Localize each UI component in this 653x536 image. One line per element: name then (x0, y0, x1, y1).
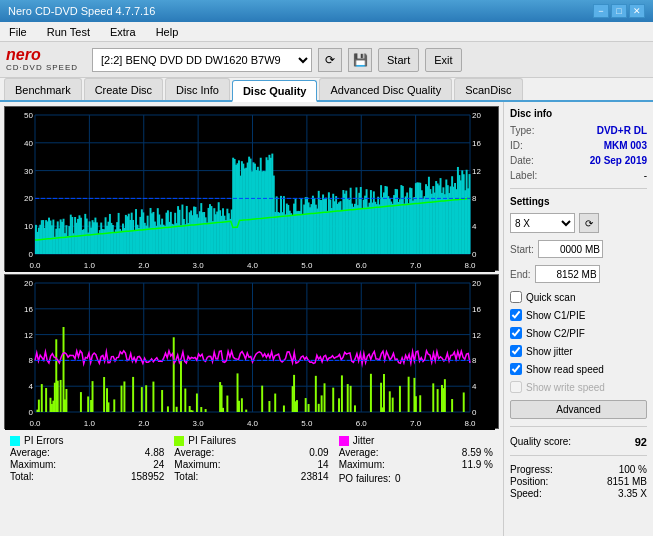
tab-scandisc[interactable]: ScanDisc (454, 78, 522, 100)
window-controls: − □ ✕ (593, 4, 645, 18)
jitter-label: Jitter (353, 435, 375, 446)
tab-disc-quality[interactable]: Disc Quality (232, 80, 318, 102)
quality-score-value: 92 (635, 436, 647, 448)
c2-pif-row: Show C2/PIF (510, 327, 647, 339)
id-row: ID: MKM 003 (510, 140, 647, 151)
pi-failures-max-value: 14 (318, 459, 329, 470)
jitter-max-label: Maximum: (339, 459, 385, 470)
type-label: Type: (510, 125, 534, 136)
date-row: Date: 20 Sep 2019 (510, 155, 647, 166)
pi-errors-max-label: Maximum: (10, 459, 56, 470)
c2-pif-label: Show C2/PIF (526, 328, 585, 339)
menu-extra[interactable]: Extra (105, 24, 141, 40)
pi-failures-label: PI Failures (188, 435, 236, 446)
date-value: 20 Sep 2019 (590, 155, 647, 166)
write-speed-row: Show write speed (510, 381, 647, 393)
settings-refresh-icon[interactable]: ⟳ (579, 213, 599, 233)
start-mb-label: Start: (510, 244, 534, 255)
settings-title: Settings (510, 196, 647, 207)
app-title: Nero CD-DVD Speed 4.7.7.16 (8, 5, 155, 17)
pi-errors-label: PI Errors (24, 435, 63, 446)
close-button[interactable]: ✕ (629, 4, 645, 18)
top-chart (5, 107, 495, 272)
bottom-chart-container (4, 274, 499, 429)
exit-button[interactable]: Exit (425, 48, 461, 72)
jitter-color (339, 436, 349, 446)
tab-advanced-disc-quality[interactable]: Advanced Disc Quality (319, 78, 452, 100)
drive-select[interactable]: [2:2] BENQ DVD DD DW1620 B7W9 (92, 48, 312, 72)
quality-score-row: Quality score: 92 (510, 436, 647, 448)
speed-select[interactable]: 8 X Max 1 X 2 X 4 X 16 X (510, 213, 575, 233)
read-speed-label: Show read speed (526, 364, 604, 375)
start-button[interactable]: Start (378, 48, 419, 72)
quick-scan-checkbox[interactable] (510, 291, 522, 303)
pi-failures-color (174, 436, 184, 446)
nero-logo: nero CD·DVD SPEED (6, 47, 78, 72)
speed-row: 8 X Max 1 X 2 X 4 X 16 X ⟳ (510, 213, 647, 233)
bottom-stats: PI Errors Average: 4.88 Maximum: 24 Tota… (4, 432, 499, 487)
maximize-button[interactable]: □ (611, 4, 627, 18)
speed-label: Speed: (510, 488, 542, 499)
date-label: Date: (510, 155, 534, 166)
end-mb-row: End: (510, 265, 647, 283)
refresh-icon[interactable]: ⟳ (318, 48, 342, 72)
save-icon[interactable]: 💾 (348, 48, 372, 72)
pi-errors-avg-value: 4.88 (145, 447, 164, 458)
title-bar: Nero CD-DVD Speed 4.7.7.16 − □ ✕ (0, 0, 653, 22)
bottom-chart (5, 275, 495, 430)
disc-label-row: Label: - (510, 170, 647, 181)
disc-label-value: - (644, 170, 647, 181)
jitter-checkbox[interactable] (510, 345, 522, 357)
jitter-max-value: 11.9 % (462, 459, 493, 470)
chart-area: PI Errors Average: 4.88 Maximum: 24 Tota… (0, 102, 503, 536)
c1-pie-row: Show C1/PIE (510, 309, 647, 321)
po-failures-label: PO failures: (339, 473, 391, 484)
read-speed-checkbox[interactable] (510, 363, 522, 375)
progress-section: Progress: 100 % Position: 8151 MB Speed:… (510, 463, 647, 500)
minimize-button[interactable]: − (593, 4, 609, 18)
start-mb-row: Start: (510, 240, 647, 258)
tab-disc-info[interactable]: Disc Info (165, 78, 230, 100)
type-value: DVD+R DL (597, 125, 647, 136)
divider-2 (510, 426, 647, 427)
tab-bar: Benchmark Create Disc Disc Info Disc Qua… (0, 78, 653, 102)
tab-benchmark[interactable]: Benchmark (4, 78, 82, 100)
menu-help[interactable]: Help (151, 24, 184, 40)
start-mb-input[interactable] (538, 240, 603, 258)
c1-pie-checkbox[interactable] (510, 309, 522, 321)
disc-label-label: Label: (510, 170, 537, 181)
menu-bar: File Run Test Extra Help (0, 22, 653, 42)
c1-pie-label: Show C1/PIE (526, 310, 585, 321)
po-failures-value: 0 (395, 473, 401, 484)
jitter-avg-value: 8.59 % (462, 447, 493, 458)
top-chart-container (4, 106, 499, 271)
jitter-group: Jitter Average: 8.59 % Maximum: 11.9 % P… (339, 435, 493, 484)
progress-value: 100 % (619, 464, 647, 475)
progress-label: Progress: (510, 464, 553, 475)
tab-create-disc[interactable]: Create Disc (84, 78, 163, 100)
divider-1 (510, 188, 647, 189)
pi-errors-total-label: Total: (10, 471, 34, 482)
pi-failures-max-label: Maximum: (174, 459, 220, 470)
id-value: MKM 003 (604, 140, 647, 151)
position-label: Position: (510, 476, 548, 487)
read-speed-row: Show read speed (510, 363, 647, 375)
pi-failures-total-label: Total: (174, 471, 198, 482)
menu-file[interactable]: File (4, 24, 32, 40)
pi-failures-avg-value: 0.09 (309, 447, 328, 458)
right-panel: Disc info Type: DVD+R DL ID: MKM 003 Dat… (503, 102, 653, 536)
end-mb-input[interactable] (535, 265, 600, 283)
speed-value: 3.35 X (618, 488, 647, 499)
menu-run-test[interactable]: Run Test (42, 24, 95, 40)
pi-errors-group: PI Errors Average: 4.88 Maximum: 24 Tota… (10, 435, 164, 484)
pi-errors-max-value: 24 (153, 459, 164, 470)
pi-errors-avg-label: Average: (10, 447, 50, 458)
c2-pif-checkbox[interactable] (510, 327, 522, 339)
quick-scan-label: Quick scan (526, 292, 575, 303)
advanced-button[interactable]: Advanced (510, 400, 647, 419)
type-row: Type: DVD+R DL (510, 125, 647, 136)
end-mb-label: End: (510, 269, 531, 280)
pi-errors-total-value: 158952 (131, 471, 164, 482)
main-content: PI Errors Average: 4.88 Maximum: 24 Tota… (0, 102, 653, 536)
pi-failures-group: PI Failures Average: 0.09 Maximum: 14 To… (174, 435, 328, 484)
